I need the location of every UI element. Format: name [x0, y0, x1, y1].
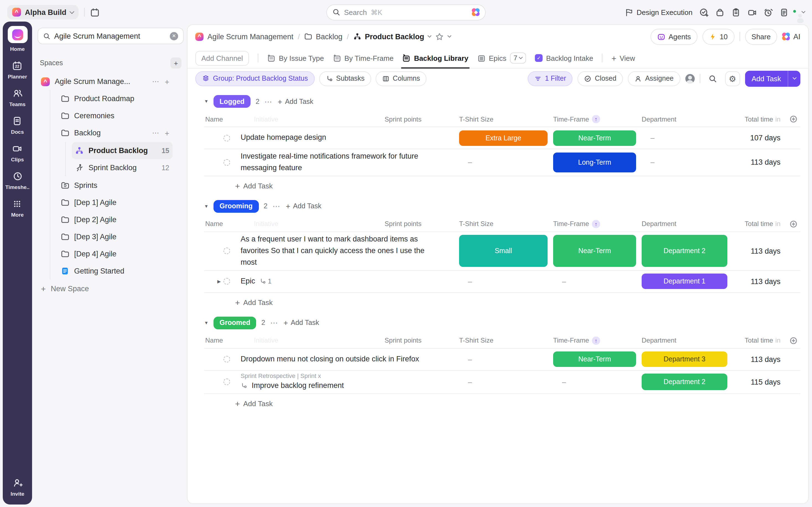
tshirt-size-badge[interactable]: Extra Large — [459, 130, 548, 146]
rail-item-teams[interactable]: Teams — [9, 89, 26, 107]
tab-by-time-frame[interactable]: By Time-Frame — [333, 48, 394, 68]
clip-record-icon[interactable] — [747, 7, 757, 17]
column-header-total-time[interactable]: Total timein — [733, 337, 780, 344]
chevron-down-icon[interactable] — [448, 34, 451, 38]
timeframe-badge[interactable]: Long-Term — [553, 152, 636, 173]
column-header-total-time[interactable]: Total timein — [733, 220, 780, 228]
tab-by-issue-type[interactable]: By Issue Type — [267, 48, 324, 68]
task-name[interactable]: Update homepage design — [241, 132, 435, 144]
group-add-task-button[interactable]: +Add Task — [284, 318, 319, 327]
alarm-icon[interactable] — [763, 7, 773, 17]
subtasks-pill[interactable]: Subtasks — [319, 71, 371, 86]
column-header-department[interactable]: Department — [642, 220, 727, 228]
group-by-pill[interactable]: Group: Product Backlog Status — [195, 71, 314, 86]
column-header-name[interactable]: Name — [205, 115, 223, 123]
space-menu-icon[interactable]: ⋯ — [152, 77, 160, 86]
add-space-button[interactable]: + — [170, 57, 182, 68]
new-space-button[interactable]: + New Space — [41, 284, 184, 293]
column-header-tshirt[interactable]: T-Shirt Size — [459, 115, 548, 123]
column-header-department[interactable]: Department — [642, 337, 727, 344]
task-status-icon[interactable] — [223, 159, 230, 166]
column-header-sprint-points[interactable]: Sprint points — [385, 220, 421, 228]
add-task-row[interactable]: +Add Task — [235, 399, 800, 408]
clear-search-icon[interactable]: ✕ — [170, 32, 178, 40]
favorite-star-icon[interactable] — [435, 32, 444, 41]
task-row[interactable]: Dropdown menu not closing on outside cli… — [204, 348, 800, 371]
task-status-icon[interactable] — [223, 356, 230, 362]
ai-button[interactable]: AI — [782, 32, 800, 41]
department-badge[interactable]: Department 2 — [642, 374, 727, 390]
closed-pill[interactable]: Closed — [578, 71, 623, 86]
breadcrumb-space[interactable]: ^ Agile Scrum Management — [195, 32, 294, 41]
rail-item-clips[interactable]: Clips — [11, 144, 24, 162]
department-empty[interactable]: – — [642, 158, 727, 167]
sidebar-list-sprint-backlog[interactable]: Sprint Backlog 12 — [72, 159, 172, 176]
column-header-name[interactable]: Name — [205, 220, 223, 228]
columns-pill[interactable]: Columns — [375, 71, 427, 86]
group-add-task-button[interactable]: +Add Task — [278, 97, 313, 106]
tab-backlog-library[interactable]: Backlog Library — [402, 48, 468, 68]
task-name[interactable]: Investigate real-time notifications fram… — [241, 151, 435, 174]
agents-button[interactable]: Agents — [650, 29, 698, 45]
column-header-timeframe[interactable]: Time-Frame↑ — [553, 336, 636, 345]
share-button[interactable]: Share — [745, 29, 777, 45]
column-header-department[interactable]: Department — [642, 115, 727, 123]
task-name[interactable]: As a frequent user I want to mark dashbo… — [241, 234, 435, 269]
column-header-timeframe[interactable]: Time-Frame↑ — [553, 115, 636, 123]
group-status-badge[interactable]: Groomed — [213, 316, 256, 329]
tshirt-empty[interactable]: – — [459, 158, 548, 167]
rail-item-docs[interactable]: Docs — [11, 116, 24, 135]
timeframe-badge[interactable]: Near-Term — [553, 351, 636, 367]
group-menu-icon[interactable]: ⋯ — [270, 318, 278, 327]
add-task-row[interactable]: +Add Task — [235, 297, 800, 307]
group-add-task-button[interactable]: +Add Task — [286, 202, 321, 211]
task-status-icon[interactable] — [223, 134, 230, 141]
department-badge[interactable]: Department 2 — [642, 235, 727, 267]
sidebar-folder-dep2[interactable]: [Dep 2] Agile — [57, 211, 172, 228]
sidebar-folder-backlog[interactable]: Backlog ⋯ + — [57, 124, 172, 142]
tab-backlog-intake[interactable]: ✓ Backlog Intake — [535, 48, 593, 68]
folder-add-icon[interactable]: + — [165, 128, 169, 137]
task-name[interactable]: Improve backlog refinement — [252, 380, 344, 392]
notepad-icon[interactable] — [731, 7, 741, 17]
group-status-badge[interactable]: Logged — [213, 95, 251, 108]
sidebar-search-input[interactable] — [54, 32, 166, 40]
rail-item-invite[interactable]: Invite — [10, 478, 24, 497]
add-column-icon[interactable] — [786, 220, 800, 228]
rail-item-home[interactable]: Home — [7, 26, 28, 52]
task-name[interactable]: Epic — [241, 276, 255, 287]
task-row[interactable]: Sprint Retrospective | Sprint x Improve … — [204, 371, 800, 394]
column-header-tshirt[interactable]: T-Shirt Size — [459, 220, 548, 228]
task-status-icon[interactable] — [223, 379, 230, 385]
add-task-button[interactable]: Add Task — [745, 70, 801, 87]
column-header-tshirt[interactable]: T-Shirt Size — [459, 337, 548, 344]
expand-caret-icon[interactable]: ▶ — [217, 279, 221, 284]
subtask-count-chip[interactable]: 1 — [260, 277, 271, 285]
task-breadcrumb-context[interactable]: Sprint Retrospective | Sprint x — [241, 372, 454, 379]
column-header-sprint-points[interactable]: Sprint points — [385, 115, 421, 123]
rail-item-planner[interactable]: 22 Planner — [8, 61, 27, 79]
sidebar-folder-product-roadmap[interactable]: Product Roadmap — [57, 90, 172, 107]
folder-menu-icon[interactable]: ⋯ — [152, 129, 160, 137]
tray-icon[interactable] — [715, 7, 725, 17]
notes-doc-icon[interactable] — [779, 7, 789, 17]
column-header-initiative[interactable]: Initiative — [254, 337, 278, 344]
search-in-view-icon[interactable] — [705, 71, 720, 86]
rail-item-timesheets[interactable]: Timeshe.. — [5, 171, 29, 190]
sidebar-folder-dep3[interactable]: [Dep 3] Agile — [57, 228, 172, 245]
tshirt-empty[interactable]: – — [459, 378, 548, 386]
sidebar-folder-dep1[interactable]: [Dep 1] Agile — [57, 194, 172, 211]
workspace-switcher[interactable]: ^ Alpha Build — [7, 5, 79, 19]
tshirt-size-badge[interactable]: Small — [459, 235, 548, 267]
task-name[interactable]: Dropdown menu not closing on outside cli… — [241, 353, 435, 365]
breadcrumb-folder[interactable]: Backlog — [304, 32, 342, 41]
task-row[interactable]: As a frequent user I want to mark dashbo… — [204, 232, 800, 271]
timeframe-empty[interactable]: – — [553, 277, 636, 285]
breadcrumb-current-list[interactable]: Product Backlog — [353, 32, 431, 41]
timeframe-empty[interactable]: – — [553, 378, 636, 386]
chevron-down-icon[interactable] — [802, 9, 805, 13]
add-column-icon[interactable] — [786, 115, 800, 123]
tshirt-empty[interactable]: – — [459, 277, 548, 285]
calendar-icon[interactable] — [90, 7, 100, 17]
sort-ascending-icon[interactable]: ↑ — [592, 220, 600, 228]
